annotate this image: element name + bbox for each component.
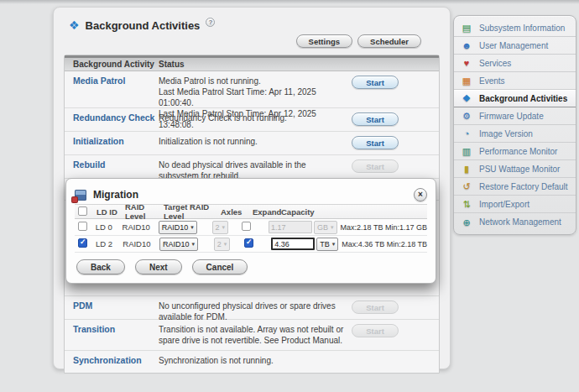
target-raid-level-select[interactable]: RAID10▾ bbox=[159, 238, 198, 251]
dialog-buttons: Back Next Cancel bbox=[75, 258, 427, 278]
sidebar-item-label: Firmware Update bbox=[479, 112, 544, 121]
ld-id-value: LD 2 bbox=[96, 239, 123, 248]
raid-level-value: RAID10 bbox=[123, 239, 159, 248]
column-header-expand: Expand bbox=[253, 207, 281, 217]
panel-toolbar: Settings Scheduler bbox=[64, 34, 440, 50]
migration-dialog-icon bbox=[75, 190, 86, 201]
ld-id-value: LD 0 bbox=[96, 222, 123, 232]
next-button[interactable]: Next bbox=[135, 259, 182, 274]
dialog-title: Migration bbox=[93, 189, 407, 201]
column-header-status: Status bbox=[159, 60, 439, 69]
start-button-rebuild: Start bbox=[352, 159, 399, 173]
axles-select: 2▾ bbox=[212, 221, 229, 234]
chevron-down-icon: ▾ bbox=[224, 241, 227, 248]
target-raid-level-select[interactable]: RAID10▾ bbox=[159, 221, 197, 234]
capacity-unit-select: GB▾ bbox=[314, 221, 337, 234]
settings-button[interactable]: Settings bbox=[296, 34, 352, 48]
activity-link-initialization[interactable]: Initialization bbox=[65, 136, 159, 146]
firmware-update-icon: ⚙ bbox=[461, 110, 472, 122]
sidebar-item-network-management[interactable]: ⊕ Network Management bbox=[454, 213, 576, 231]
sidebar-item-label: Performance Monitor bbox=[479, 147, 557, 156]
chevron-down-icon: ▾ bbox=[332, 241, 336, 248]
sidebar-item-label: Subsystem Information bbox=[479, 24, 565, 33]
performance-monitor-icon: ▥ bbox=[461, 145, 472, 157]
sidebar-item-label: Background Activities bbox=[479, 94, 567, 103]
close-icon[interactable]: × bbox=[414, 188, 427, 201]
activity-link-rebuild[interactable]: Rebuild bbox=[65, 159, 159, 170]
dialog-row-ld0: LD 0 RAID10 RAID10▾ 2▾ GB▾ Max:2.18 TB M… bbox=[75, 219, 427, 236]
table-row: Transition Transition is not available. … bbox=[65, 320, 439, 351]
chevron-down-icon: ▾ bbox=[331, 224, 334, 231]
sidebar-item-restore-factory-default[interactable]: ↺ Restore Factory Default bbox=[454, 178, 576, 196]
dialog-row-ld2: LD 2 RAID10 RAID10▾ 2▾ TB▾ Max:4.36 TB M… bbox=[75, 236, 427, 253]
cancel-button[interactable]: Cancel bbox=[192, 259, 248, 274]
sidebar-item-label: Services bbox=[479, 59, 511, 68]
sidebar-item-label: Network Management bbox=[479, 217, 561, 227]
activity-link-synchronization[interactable]: Synchronization bbox=[65, 355, 159, 365]
column-header-capacity: Capacity bbox=[281, 207, 427, 217]
migration-dialog: Migration × LD ID RAID Level Target RAID… bbox=[65, 178, 436, 284]
psu-wattage-monitor-icon: ▮ bbox=[461, 163, 472, 175]
sidebar-item-label: Restore Factory Default bbox=[479, 182, 568, 191]
chevron-down-icon: ▾ bbox=[190, 224, 194, 231]
table-row: Media Patrol Media Patrol is not running… bbox=[65, 71, 439, 108]
sidebar-item-performance-monitor[interactable]: ▥ Performance Monitor bbox=[454, 143, 576, 160]
scheduler-button[interactable]: Scheduler bbox=[357, 34, 421, 48]
user-management-icon: ☻ bbox=[461, 39, 472, 51]
table-row: Synchronization Synchronization is not r… bbox=[65, 351, 439, 373]
dialog-header: Migration × bbox=[75, 186, 427, 204]
sidebar-item-image-version[interactable]: ◔ Image Version bbox=[454, 125, 576, 143]
sidebar-item-import-export[interactable]: ⇅ Import/Export bbox=[454, 196, 576, 213]
status-text: No unconfigured physical drives or spare… bbox=[159, 301, 352, 322]
raid-level-value: RAID10 bbox=[123, 222, 159, 232]
sidebar-item-label: Import/Export bbox=[479, 200, 529, 209]
sidebar-item-label: PSU Wattage Monitor bbox=[479, 165, 560, 174]
help-icon[interactable]: ? bbox=[206, 18, 215, 27]
activity-link-transition[interactable]: Transition bbox=[65, 324, 159, 334]
restore-factory-default-icon: ↺ bbox=[461, 180, 472, 192]
row-select-checkbox[interactable] bbox=[78, 222, 87, 231]
activity-link-media-patrol[interactable]: Media Patrol bbox=[65, 76, 159, 86]
capacity-range-text: Max:2.18 TB Min:1.17 GB bbox=[341, 223, 427, 232]
sidebar-item-events[interactable]: ▦ Events bbox=[454, 72, 576, 90]
activity-link-redundancy-check[interactable]: Redundancy Check bbox=[65, 112, 159, 123]
status-text: Initialization is not running. bbox=[159, 136, 352, 147]
subsystem-information-icon: ▤ bbox=[461, 22, 472, 34]
start-button-redundancy-check[interactable]: Start bbox=[352, 112, 399, 126]
chevron-down-icon: ▾ bbox=[192, 241, 196, 248]
table-row: PDM No unconfigured physical drives or s… bbox=[65, 296, 439, 320]
status-text: Redundancy Check is not running. bbox=[159, 112, 352, 123]
capacity-unit-select[interactable]: TB▾ bbox=[316, 238, 338, 251]
expand-checkbox[interactable] bbox=[242, 222, 251, 231]
select-all-checkbox[interactable] bbox=[78, 206, 87, 216]
start-button-initialization[interactable]: Start bbox=[352, 136, 399, 149]
sidebar-item-subsystem-information[interactable]: ▤ Subsystem Information bbox=[454, 19, 576, 37]
events-icon: ▦ bbox=[461, 75, 472, 86]
column-header-raid-level: RAID Level bbox=[125, 202, 164, 221]
sidebar-item-services[interactable]: ♥ Services bbox=[454, 55, 576, 72]
table-row: Rebuild No dead physical drives availabl… bbox=[65, 155, 439, 179]
sidebar-item-psu-wattage-monitor[interactable]: ▮ PSU Wattage Monitor bbox=[454, 160, 576, 178]
row-select-checkbox[interactable] bbox=[78, 238, 87, 248]
start-button-pdm: Start bbox=[352, 301, 399, 314]
sidebar-item-label: Image Version bbox=[479, 129, 533, 139]
sidebar-item-user-management[interactable]: ☻ User Management bbox=[454, 37, 576, 55]
capacity-input bbox=[269, 221, 312, 233]
panel-header: ❖ Background Activities ? bbox=[64, 16, 440, 34]
back-button[interactable]: Back bbox=[76, 259, 125, 274]
capacity-range-text: Max:4.36 TB Min:2.18 TB bbox=[342, 240, 427, 248]
start-button-media-patrol[interactable]: Start bbox=[352, 76, 399, 89]
capacity-input[interactable] bbox=[271, 238, 315, 250]
import-export-icon: ⇅ bbox=[461, 198, 472, 210]
activity-link-pdm[interactable]: PDM bbox=[65, 301, 159, 311]
status-text: Transition is not available. Array was n… bbox=[159, 324, 352, 346]
expand-checkbox[interactable] bbox=[244, 238, 253, 248]
axles-select: 2▾ bbox=[214, 238, 231, 251]
sidebar-item-firmware-update[interactable]: ⚙ Firmware Update bbox=[454, 107, 576, 125]
table-header: Background Activity Status bbox=[65, 55, 439, 71]
sidebar-item-label: User Management bbox=[479, 41, 548, 50]
image-version-icon: ◔ bbox=[461, 128, 472, 139]
sidebar-menu: ▤ Subsystem Information ☻ User Managemen… bbox=[453, 15, 576, 235]
sidebar-item-background-activities[interactable]: ❖ Background Activities bbox=[454, 90, 576, 107]
column-header-activity: Background Activity bbox=[65, 60, 159, 69]
